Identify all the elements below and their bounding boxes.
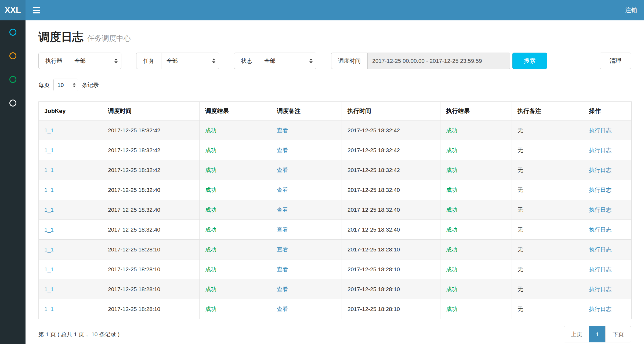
handle-msg-cell: 无 xyxy=(512,259,583,279)
handle-msg-cell: 无 xyxy=(512,299,583,319)
log-table: JobKey 调度时间 调度结果 调度备注 执行时间 执行结果 执行备注 操作 … xyxy=(38,101,632,319)
exec-log-link[interactable]: 执行日志 xyxy=(589,266,612,272)
handle-result-cell: 成功 xyxy=(440,160,512,180)
pagination-summary: 第 1 页 ( 总共 1 页， 10 条记录 ) xyxy=(38,331,120,338)
circle-outline-icon xyxy=(9,100,16,107)
trigger-time-cell: 2017-12-25 18:28:10 xyxy=(102,240,200,259)
exec-log-link[interactable]: 执行日志 xyxy=(589,187,612,193)
top-navbar: XXL 注销 xyxy=(0,0,644,20)
handle-result-cell: 成功 xyxy=(440,200,512,220)
clear-button[interactable]: 清理 xyxy=(600,53,631,69)
navbar-main: 注销 xyxy=(26,0,644,20)
sidebar-nav xyxy=(0,20,26,344)
handle-result-cell: 成功 xyxy=(440,140,512,160)
logout-link[interactable]: 注销 xyxy=(618,0,644,20)
trigger-time-cell: 2017-12-25 18:32:40 xyxy=(102,200,200,220)
circle-outline-icon xyxy=(9,29,16,36)
trigger-msg-link[interactable]: 查看 xyxy=(277,127,288,133)
content-header: 调度日志 任务调度中心 xyxy=(38,30,631,45)
page-size-suffix: 条记录 xyxy=(82,81,99,89)
select-arrows-icon xyxy=(73,83,75,87)
trigger-msg-link[interactable]: 查看 xyxy=(277,286,288,292)
jobkey-link[interactable]: 1_1 xyxy=(44,306,54,312)
trigger-result-cell: 成功 xyxy=(200,240,271,259)
prev-page-button[interactable]: 上页 xyxy=(564,326,589,342)
table-row: 1_12017-12-25 18:32:42成功查看2017-12-25 18:… xyxy=(39,160,632,180)
trigger-result-cell: 成功 xyxy=(200,180,271,200)
handle-time-cell: 2017-12-25 18:32:40 xyxy=(342,180,440,200)
exec-log-link[interactable]: 执行日志 xyxy=(589,286,612,292)
table-row: 1_12017-12-25 18:28:10成功查看2017-12-25 18:… xyxy=(39,299,632,319)
exec-log-link[interactable]: 执行日志 xyxy=(589,167,612,173)
col-header-trigger-msg: 调度备注 xyxy=(271,102,342,120)
exec-log-link[interactable]: 执行日志 xyxy=(589,306,612,312)
exec-log-link[interactable]: 执行日志 xyxy=(589,207,612,213)
exec-log-link[interactable]: 执行日志 xyxy=(589,127,612,133)
search-button[interactable]: 搜索 xyxy=(512,53,547,69)
handle-result-cell: 成功 xyxy=(440,120,512,140)
trigger-msg-link[interactable]: 查看 xyxy=(277,207,288,213)
job-select[interactable]: 全部 xyxy=(161,53,219,69)
trigger-msg-link[interactable]: 查看 xyxy=(277,306,288,312)
job-filter-label: 任务 xyxy=(136,53,161,69)
handle-result-cell: 成功 xyxy=(440,279,512,299)
jobkey-link[interactable]: 1_1 xyxy=(44,286,54,292)
jobkey-link[interactable]: 1_1 xyxy=(44,127,54,133)
handle-msg-cell: 无 xyxy=(512,120,583,140)
jobkey-link[interactable]: 1_1 xyxy=(44,167,54,173)
exec-log-link[interactable]: 执行日志 xyxy=(589,246,612,252)
handle-msg-cell: 无 xyxy=(512,279,583,299)
trigger-msg-link[interactable]: 查看 xyxy=(277,266,288,272)
handle-time-cell: 2017-12-25 18:28:10 xyxy=(342,299,440,319)
next-page-button[interactable]: 下页 xyxy=(605,326,631,342)
trigger-result-cell: 成功 xyxy=(200,220,271,240)
jobkey-link[interactable]: 1_1 xyxy=(44,266,54,272)
jobkey-link[interactable]: 1_1 xyxy=(44,187,54,193)
hamburger-icon xyxy=(33,7,40,13)
sidebar-menu-item-4[interactable] xyxy=(0,91,26,115)
trigger-msg-link[interactable]: 查看 xyxy=(277,226,288,233)
jobkey-link[interactable]: 1_1 xyxy=(44,207,54,213)
trigger-result-cell: 成功 xyxy=(200,160,271,180)
handle-time-cell: 2017-12-25 18:32:40 xyxy=(342,200,440,220)
handle-msg-cell: 无 xyxy=(512,220,583,240)
job-filter-group: 任务 全部 xyxy=(136,53,219,69)
handle-msg-cell: 无 xyxy=(512,180,583,200)
circle-outline-icon xyxy=(9,52,16,59)
jobkey-link[interactable]: 1_1 xyxy=(44,147,54,153)
trigger-msg-link[interactable]: 查看 xyxy=(277,246,288,252)
table-row: 1_12017-12-25 18:32:42成功查看2017-12-25 18:… xyxy=(39,140,632,160)
exec-log-link[interactable]: 执行日志 xyxy=(589,147,612,153)
status-select[interactable]: 全部 xyxy=(259,53,316,69)
executor-select[interactable]: 全部 xyxy=(69,53,121,69)
table-row: 1_12017-12-25 18:32:42成功查看2017-12-25 18:… xyxy=(39,120,632,140)
exec-log-link[interactable]: 执行日志 xyxy=(589,226,612,233)
page-1-button[interactable]: 1 xyxy=(589,326,606,342)
trigger-result-cell: 成功 xyxy=(200,279,271,299)
sidebar-toggle-button[interactable] xyxy=(26,0,48,20)
status-filter-label: 状态 xyxy=(234,53,259,69)
page-size-prefix: 每页 xyxy=(38,81,50,89)
trigger-result-cell: 成功 xyxy=(200,299,271,319)
executor-filter-group: 执行器 全部 xyxy=(38,53,121,69)
jobkey-link[interactable]: 1_1 xyxy=(44,246,54,252)
filter-bar: 执行器 全部 任务 全部 状态 全部 调度时间 2017-12-25 00:00… xyxy=(38,53,631,69)
page-size-select[interactable]: 10 xyxy=(53,79,78,91)
trigger-time-cell: 2017-12-25 18:28:10 xyxy=(102,299,200,319)
trigger-time-range-input[interactable]: 2017-12-25 00:00:00 - 2017-12-25 23:59:5… xyxy=(367,53,510,69)
col-header-action: 操作 xyxy=(583,102,632,120)
page-title-text: 调度日志 xyxy=(38,30,84,45)
sidebar-menu-item-3[interactable] xyxy=(0,68,26,91)
handle-time-cell: 2017-12-25 18:28:10 xyxy=(342,240,440,259)
status-select-value: 全部 xyxy=(264,57,276,65)
sidebar-menu-item-2[interactable] xyxy=(0,44,26,68)
trigger-msg-link[interactable]: 查看 xyxy=(277,167,288,173)
handle-msg-cell: 无 xyxy=(512,240,583,259)
jobkey-link[interactable]: 1_1 xyxy=(44,226,54,233)
app-logo[interactable]: XXL xyxy=(0,0,26,20)
trigger-time-cell: 2017-12-25 18:32:42 xyxy=(102,140,200,160)
sidebar-menu-item-1[interactable] xyxy=(0,20,26,44)
table-row: 1_12017-12-25 18:32:40成功查看2017-12-25 18:… xyxy=(39,180,632,200)
trigger-msg-link[interactable]: 查看 xyxy=(277,187,288,193)
trigger-msg-link[interactable]: 查看 xyxy=(277,147,288,153)
